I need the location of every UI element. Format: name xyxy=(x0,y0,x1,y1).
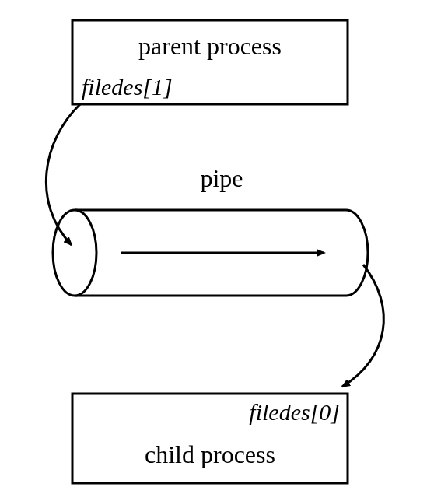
pipe-label: pipe xyxy=(200,164,243,192)
svg-point-0 xyxy=(53,210,96,296)
child-fd-label: filedes[0] xyxy=(249,399,340,425)
child-process-title: child process xyxy=(145,440,275,468)
parent-fd-label: filedes[1] xyxy=(82,74,173,100)
pipe-diagram: parent process filedes[1] pipe filedes[0… xyxy=(0,0,448,501)
parent-process-title: parent process xyxy=(138,32,282,60)
